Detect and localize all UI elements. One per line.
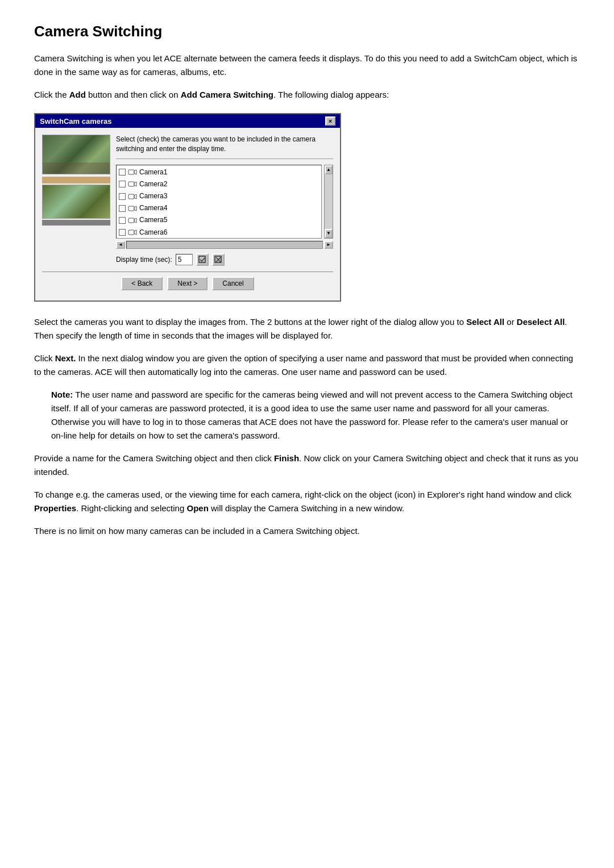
camera-label: Camera1 [139,167,167,178]
next-button[interactable]: Next > [167,277,208,290]
intro-p2-after: . The following dialog appears: [273,90,389,99]
scrollbar-track [325,174,333,229]
camera-list-item[interactable]: Camera4 [118,202,320,214]
camera-icon [128,228,137,236]
body-paragraph-5: There is no limit on how many cameras ca… [34,524,580,538]
scrollbar-down-button[interactable]: ▼ [325,229,333,238]
display-time-row: Display time (sec): [116,253,333,266]
dialog-buttons: < Back Next > Cancel [42,277,333,294]
dialog-title: SwitchCam cameras [40,117,111,126]
camera-preview-panel [42,135,110,266]
camera-icon [128,168,137,176]
hscroll-left-button[interactable]: ◄ [116,241,125,249]
dialog-content: Select (check) the cameras you want to b… [42,135,333,266]
camera-icon [128,216,137,224]
body-p4-mid: . Right-clicking and selecting [76,503,186,513]
body-p4-bold2: Open [186,503,208,513]
camera-preview-top-image [43,135,110,174]
camera-checkbox[interactable] [119,229,126,236]
camera-checkbox[interactable] [119,217,126,224]
hscroll-right-button[interactable]: ► [324,241,333,249]
svg-marker-11 [134,230,136,235]
camera-label: Camera3 [139,191,167,202]
svg-marker-1 [134,170,136,174]
display-time-input[interactable] [176,254,193,265]
body-p4-bold1: Properties [34,503,76,513]
camera-preview-bottom-label [42,220,110,226]
svg-marker-7 [134,206,136,211]
select-all-button[interactable] [196,253,209,266]
camera-list-container: Camera1 Camera2 Camera3 Camera4 [116,165,333,239]
body-p1-mid: or [504,317,517,327]
note-paragraph: Note: The user name and password are spe… [51,388,580,443]
camera-list-item[interactable]: Camera2 [118,178,320,190]
page-title: Camera Switching [34,23,580,40]
intro-p2-bold2: Add Camera Switching [181,90,273,99]
dialog-wrapper: SwitchCam cameras × Se [34,113,580,302]
intro-p2-middle: button and then click on [86,90,181,99]
camera-list-item[interactable]: Camera1 [118,166,320,178]
svg-rect-8 [128,218,134,223]
scrollbar-up-button[interactable]: ▲ [325,165,333,174]
svg-marker-5 [134,194,136,199]
camera-list-item[interactable]: Camera3 [118,190,320,202]
svg-rect-2 [128,182,134,186]
hscroll-track [126,241,323,249]
note-block: Note: The user name and password are spe… [51,388,580,443]
camera-label: Camera6 [139,227,167,238]
back-button[interactable]: < Back [121,277,163,290]
camera-checkbox[interactable] [119,169,126,176]
camera-icon [128,193,137,201]
body-p2-bold: Next. [55,353,76,363]
x-icon [214,256,222,264]
camera-preview-top-label [42,177,110,183]
intro-paragraph-1: Camera Switching is when you let ACE alt… [34,52,580,79]
camera-preview-bottom-image [43,185,110,218]
body-p2-before: Click [34,353,55,363]
svg-rect-6 [128,206,134,211]
camera-preview-top [42,135,110,174]
deselect-all-button[interactable] [212,253,225,266]
body-paragraph-1: Select the cameras you want to display t… [34,315,580,343]
body-p4-before: To change e.g. the cameras used, or the … [34,490,571,499]
svg-rect-10 [128,230,134,235]
camera-checkbox[interactable] [119,193,126,200]
body-p3-before: Provide a name for the Camera Switching … [34,453,274,463]
camera-scrollbar: ▲ ▼ [324,165,333,239]
dialog-controls: Select (check) the cameras you want to b… [116,135,333,266]
body-paragraph-4: To change e.g. the cameras used, or the … [34,488,580,515]
intro-p2-before: Click the [34,90,69,99]
checkmark-icon [198,256,206,264]
dialog-close-button[interactable]: × [325,116,335,126]
camera-label: Camera5 [139,215,167,226]
horizontal-scroll-area: ◄ ► [116,241,333,249]
camera-list-item[interactable]: Camera6 [118,227,320,239]
camera-label: Camera4 [139,203,167,214]
body-p3-bold: Finish [274,453,299,463]
note-bold: Note: [51,390,73,399]
cancel-button[interactable]: Cancel [212,277,254,290]
dialog-separator [42,272,333,272]
body-p2-after: In the next dialog window you are given … [34,353,573,377]
body-p1-bold2: Deselect All [517,317,565,327]
svg-marker-9 [134,218,136,223]
camera-list-item[interactable]: Camera5 [118,214,320,226]
body-paragraph-3: Provide a name for the Camera Switching … [34,452,580,479]
dialog-body: Select (check) the cameras you want to b… [35,128,340,301]
body-p1-before: Select the cameras you want to display t… [34,317,466,327]
display-time-label: Display time (sec): [116,256,172,264]
dialog-description: Select (check) the cameras you want to b… [116,135,333,159]
svg-rect-4 [128,194,134,199]
intro-paragraph-2: Click the Add button and then click on A… [34,88,580,102]
body-p1-bold1: Select All [466,317,504,327]
camera-icon [128,180,137,188]
svg-marker-3 [134,182,136,186]
svg-rect-0 [128,170,134,174]
camera-checkbox[interactable] [119,205,126,212]
camera-list[interactable]: Camera1 Camera2 Camera3 Camera4 [116,165,322,239]
body-paragraph-2: Click Next. In the next dialog window yo… [34,352,580,379]
dialog-titlebar: SwitchCam cameras × [35,114,340,128]
camera-preview-bottom [42,185,110,219]
camera-checkbox[interactable] [119,181,126,187]
note-text: The user name and password are specific … [51,390,572,440]
